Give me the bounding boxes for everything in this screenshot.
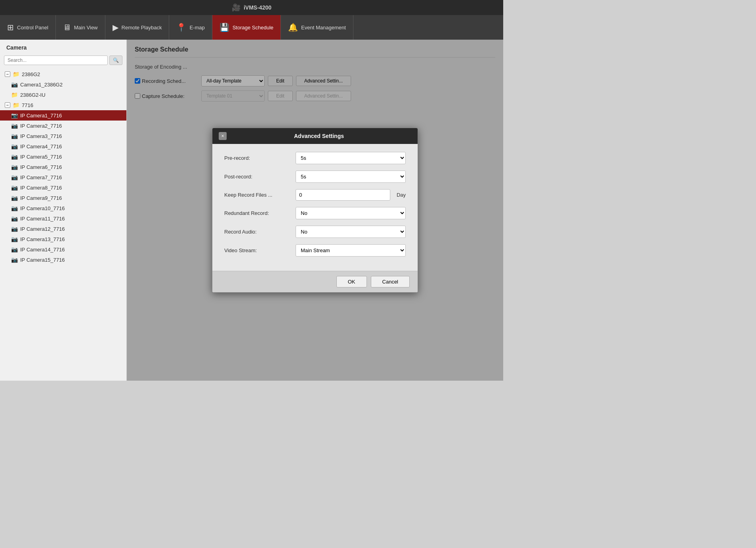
sidebar-title: Camera [0, 40, 126, 54]
camera-icon-ipcam15: 📷 [11, 257, 18, 263]
tree-ipcam13-7716-label: IP Camera13_7716 [20, 236, 65, 242]
keep-record-label: Keep Record Files ... [224, 192, 292, 198]
storage-schedule-icon: 💾 [220, 23, 229, 32]
pre-record-select[interactable]: 5s 10s 15s 20s No pre-record [296, 152, 406, 164]
tree-ipcam8-7716[interactable]: 📷 IP Camera8_7716 [0, 182, 126, 193]
event-management-icon: 🔔 [288, 23, 298, 32]
tree-group-2386g2-iu[interactable]: 📁 2386G2-IU [0, 90, 126, 100]
pre-record-label: Pre-record: [224, 155, 292, 161]
modal-close-button[interactable]: × [219, 132, 227, 140]
nav-emap-label: E-map [189, 25, 204, 31]
folder-7716-icon: 📁 [13, 102, 19, 108]
tree-group-2386g2[interactable]: − 📁 2386G2 [0, 69, 126, 79]
tree-ipcam11-7716-label: IP Camera11_7716 [20, 216, 65, 222]
camera-icon-ipcam12: 📷 [11, 226, 18, 232]
modal-title: Advanced Settings [227, 133, 411, 139]
remote-playback-icon: ▶ [113, 23, 118, 32]
app-title: iVMS-4200 [244, 4, 271, 11]
emap-icon: 📍 [176, 23, 186, 32]
nav-control-panel-label: Control Panel [17, 25, 48, 31]
camera-icon-ipcam13: 📷 [11, 236, 18, 242]
day-label: Day [397, 192, 406, 198]
tree-ipcam6-7716-label: IP Camera6_7716 [20, 164, 62, 170]
nav-remote-playback[interactable]: ▶ Remote Playback [105, 15, 170, 40]
tree-ipcam7-7716[interactable]: 📷 IP Camera7_7716 [0, 172, 126, 182]
nav-storage-schedule[interactable]: 💾 Storage Schedule [212, 15, 281, 40]
tree-ipcam5-7716-label: IP Camera5_7716 [20, 154, 62, 160]
nav-bar: ⊞ Control Panel 🖥 Main View ▶ Remote Pla… [0, 15, 503, 40]
control-panel-icon: ⊞ [7, 23, 14, 32]
nav-control-panel[interactable]: ⊞ Control Panel [0, 15, 56, 40]
tree-ipcam14-7716-label: IP Camera14_7716 [20, 247, 65, 253]
nav-main-view-label: Main View [74, 25, 98, 31]
modal-ok-button[interactable]: OK [336, 276, 367, 287]
redundant-record-select[interactable]: No Yes [296, 207, 406, 219]
tree-ipcam3-7716-label: IP Camera3_7716 [20, 133, 62, 139]
tree-ipcam11-7716[interactable]: 📷 IP Camera11_7716 [0, 213, 126, 224]
tree-ipcam12-7716[interactable]: 📷 IP Camera12_7716 [0, 224, 126, 234]
folder-2386g2-icon: 📁 [13, 71, 19, 77]
sidebar-search-bar: 🔍 [0, 54, 126, 68]
content-area: Storage Schedule Storage of Encoding ...… [127, 40, 503, 381]
tree-camera1-2386g2[interactable]: 📷 Camera1_2386G2 [0, 79, 126, 90]
camera-icon-ipcam14: 📷 [11, 246, 18, 253]
tree-ipcam9-7716[interactable]: 📷 IP Camera9_7716 [0, 193, 126, 203]
tree-ipcam3-7716[interactable]: 📷 IP Camera3_7716 [0, 131, 126, 141]
camera-icon-ipcam11: 📷 [11, 215, 18, 222]
tree-ipcam13-7716[interactable]: 📷 IP Camera13_7716 [0, 234, 126, 244]
camera-icon-ipcam10: 📷 [11, 205, 18, 211]
search-button[interactable]: 🔍 [109, 56, 122, 65]
tree-ipcam8-7716-label: IP Camera8_7716 [20, 185, 62, 191]
camera-icon-ipcam3: 📷 [11, 133, 18, 139]
main-view-icon: 🖥 [63, 23, 71, 32]
post-record-select[interactable]: 5s 10s 15s 20s No post-record [296, 171, 406, 183]
nav-storage-schedule-label: Storage Schedule [233, 25, 273, 31]
tree-ipcam4-7716[interactable]: 📷 IP Camera4_7716 [0, 141, 126, 151]
tree-ipcam7-7716-label: IP Camera7_7716 [20, 174, 62, 180]
advanced-settings-modal: × Advanced Settings Pre-record: 5s 10s 1… [212, 128, 418, 293]
video-stream-label: Video Stream: [224, 247, 292, 253]
tree-ipcam1-7716-label: IP Camera1_7716 [20, 113, 62, 119]
tree-ipcam10-7716[interactable]: 📷 IP Camera10_7716 [0, 203, 126, 213]
modal-cancel-button[interactable]: Cancel [371, 276, 410, 287]
camera-icon-ipcam1: 📷 [11, 112, 18, 119]
tree-ipcam5-7716[interactable]: 📷 IP Camera5_7716 [0, 151, 126, 162]
search-input[interactable] [4, 56, 108, 65]
redundant-record-row: Redundant Record: No Yes [224, 207, 406, 219]
collapse-2386g2-icon[interactable]: − [5, 71, 10, 77]
camera-icon-ipcam9: 📷 [11, 195, 18, 201]
collapse-7716-icon[interactable]: − [5, 102, 10, 108]
keep-record-row: Keep Record Files ... Day [224, 189, 406, 201]
tree-ipcam6-7716[interactable]: 📷 IP Camera6_7716 [0, 162, 126, 172]
modal-footer: OK Cancel [212, 271, 418, 292]
camera-icon-ipcam4: 📷 [11, 143, 18, 149]
tree-ipcam2-7716[interactable]: 📷 IP Camera2_7716 [0, 121, 126, 131]
tree-group-2386g2-label: 2386G2 [22, 71, 40, 77]
modal-body: Pre-record: 5s 10s 15s 20s No pre-record… [212, 144, 418, 271]
camera-icon-cam1: 📷 [11, 81, 18, 88]
record-audio-select[interactable]: No Yes [296, 226, 406, 238]
tree-group-7716[interactable]: − 📁 7716 [0, 100, 126, 110]
video-stream-select[interactable]: Main Stream Sub Stream [296, 244, 406, 257]
tree-group-2386g2-iu-label: 2386G2-IU [20, 92, 46, 98]
post-record-row: Post-record: 5s 10s 15s 20s No post-reco… [224, 171, 406, 183]
keep-record-input[interactable] [296, 189, 390, 201]
folder-2386g2iu-icon: 📁 [11, 92, 18, 98]
nav-remote-playback-label: Remote Playback [122, 25, 162, 31]
nav-emap[interactable]: 📍 E-map [169, 15, 212, 40]
tree-ipcam10-7716-label: IP Camera10_7716 [20, 205, 65, 211]
tree-ipcam1-7716[interactable]: 📷 IP Camera1_7716 [0, 110, 126, 121]
tree-ipcam2-7716-label: IP Camera2_7716 [20, 123, 62, 129]
camera-tree: − 📁 2386G2 📷 Camera1_2386G2 📁 2386G2-IU … [0, 68, 126, 381]
tree-camera1-2386g2-label: Camera1_2386G2 [20, 82, 63, 88]
tree-group-7716-label: 7716 [22, 102, 33, 108]
tree-ipcam14-7716[interactable]: 📷 IP Camera14_7716 [0, 244, 126, 255]
camera-icon-ipcam6: 📷 [11, 164, 18, 170]
nav-main-view[interactable]: 🖥 Main View [56, 15, 105, 40]
camera-icon-ipcam7: 📷 [11, 174, 18, 180]
camera-icon-ipcam5: 📷 [11, 153, 18, 160]
tree-ipcam15-7716[interactable]: 📷 IP Camera15_7716 [0, 255, 126, 265]
app-icon: 🎥 [232, 3, 241, 12]
nav-event-management[interactable]: 🔔 Event Management [281, 15, 353, 40]
sidebar: Camera 🔍 − 📁 2386G2 📷 Camera1_2386G2 📁 2… [0, 40, 127, 381]
